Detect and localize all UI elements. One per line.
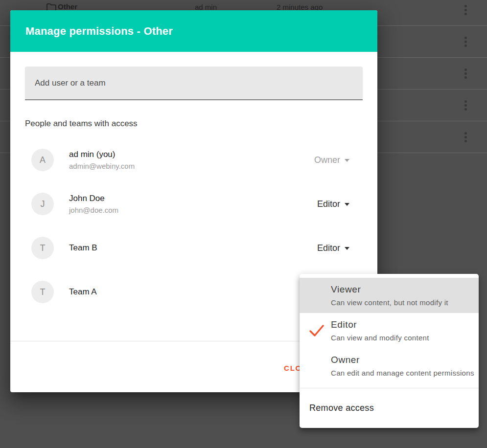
member-email: admin@webiny.com — [69, 162, 314, 170]
role-option-description: Can view and modify content — [331, 334, 479, 342]
role-option-owner[interactable]: Owner Can edit and manage content permis… — [300, 348, 479, 383]
member-row: A ad min (you) admin@webiny.com Owner — [31, 138, 349, 182]
member-email: john@doe.com — [69, 206, 317, 214]
role-value: Owner — [314, 155, 340, 165]
add-user-or-team-input[interactable] — [25, 67, 363, 100]
role-value: Editor — [317, 243, 340, 253]
access-list-label: People and teams with access — [25, 119, 138, 129]
caret-down-icon — [345, 159, 349, 162]
role-option-label: Editor — [331, 319, 479, 330]
member-row: J John Doe john@doe.com Editor — [31, 182, 349, 226]
dialog-header: Manage permissions - Other — [10, 10, 377, 52]
member-name: ad min (you) — [69, 150, 314, 159]
avatar: A — [31, 149, 54, 171]
role-menu: Viewer Can view content, but not modify … — [300, 274, 479, 428]
avatar: T — [31, 281, 54, 303]
role-select[interactable]: Editor — [317, 243, 349, 253]
role-option-label: Owner — [331, 355, 479, 365]
role-option-description: Can edit and manage content permissions — [331, 369, 479, 377]
role-option-label: Viewer — [331, 284, 479, 295]
avatar: T — [31, 237, 54, 259]
remove-access-item[interactable]: Remove access — [300, 388, 479, 428]
role-value: Editor — [317, 199, 340, 209]
role-option-description: Can view content, but not modify it — [331, 298, 479, 307]
caret-down-icon — [345, 203, 349, 206]
avatar: J — [31, 193, 54, 215]
dialog-title: Manage permissions - Other — [25, 25, 173, 38]
role-select[interactable]: Editor — [317, 199, 349, 209]
member-name: Team B — [69, 243, 317, 253]
member-row: T Team B Editor — [31, 226, 349, 270]
role-option-editor[interactable]: Editor Can view and modify content — [300, 313, 479, 348]
check-icon — [309, 324, 324, 337]
member-name: John Doe — [69, 194, 317, 203]
role-select: Owner — [314, 155, 349, 165]
role-option-viewer[interactable]: Viewer Can view content, but not modify … — [300, 278, 479, 313]
caret-down-icon — [345, 247, 349, 250]
